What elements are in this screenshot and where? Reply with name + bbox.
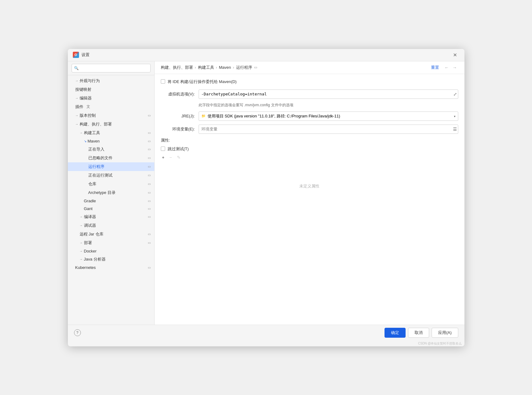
sidebar-item-label: 构建、执行、部署: [80, 121, 112, 127]
search-wrapper: 🔍: [72, 64, 151, 72]
titlebar: ⚙ 设置 ✕: [68, 49, 464, 61]
sidebar-item-label: 部署: [84, 240, 92, 246]
sidebar-item-editor[interactable]: → 编辑器: [68, 94, 154, 103]
sidebar-item-keymap[interactable]: 按键映射: [68, 85, 154, 94]
arrow-icon: →: [80, 241, 83, 244]
env-expand-icon[interactable]: ☰: [453, 127, 457, 132]
sidebar-item-deploy[interactable]: → 部署 ▭: [68, 239, 154, 247]
reset-button[interactable]: 重置: [431, 65, 439, 70]
jre-field: 📁 使用项目 SDK (java version "11.0.18", 路径: …: [199, 112, 458, 121]
db-icon: ▭: [148, 215, 151, 218]
sidebar-item-debugger[interactable]: → 调试器: [68, 221, 154, 230]
breadcrumb-sep-3: ›: [233, 65, 234, 70]
sidebar-item-appearance[interactable]: → 外观与行为: [68, 77, 154, 85]
sidebar-item-importing[interactable]: 正在导入 ▭: [68, 145, 154, 154]
sidebar-item-label: 编辑器: [80, 95, 92, 101]
sidebar-item-label: 编译器: [84, 214, 96, 220]
sidebar-item-label: 按键映射: [75, 87, 91, 92]
env-input[interactable]: [199, 125, 458, 134]
ok-button[interactable]: 确定: [385, 328, 406, 338]
sidebar-item-maven[interactable]: ↘ Maven ▭: [68, 137, 154, 145]
back-button[interactable]: ←: [443, 64, 450, 71]
sidebar-item-runner[interactable]: 运行程序 ▭: [68, 162, 154, 171]
arrow-icon: →: [80, 257, 83, 261]
cancel-button[interactable]: 取消: [408, 328, 429, 338]
db-icon: ▭: [148, 147, 151, 151]
sidebar-item-repositories[interactable]: 仓库 ▭: [68, 180, 154, 188]
skip-tests-checkbox[interactable]: [161, 147, 165, 151]
footer: ? 确定 取消 应用(A): [68, 325, 464, 341]
delegate-label: 将 IDE 构建/运行操作委托给 Maven(D): [168, 79, 237, 85]
breadcrumb-sep-1: ›: [195, 65, 196, 70]
settings-dialog: ⚙ 设置 ✕ 🔍 → 外观与行为 按键映射 →: [68, 49, 464, 346]
db-icon: ▭: [148, 165, 151, 168]
sidebar-item-remote-jar[interactable]: 远程 Jar 仓库 ▭: [68, 230, 154, 239]
sidebar-item-label: 正在运行测试: [88, 173, 112, 178]
sidebar-item-gradle[interactable]: Gradle ▭: [68, 197, 154, 205]
breadcrumb-sep-2: ›: [216, 65, 217, 70]
breadcrumb-part-2: 构建工具: [198, 65, 214, 70]
edit-prop-button[interactable]: ✎: [176, 154, 182, 160]
sidebar-item-gant[interactable]: Gant ▭: [68, 205, 154, 213]
delegate-checkbox[interactable]: [161, 79, 165, 84]
env-label: 环境变量(E):: [161, 126, 195, 132]
close-button[interactable]: ✕: [451, 51, 459, 59]
sidebar-item-java-profiler[interactable]: → Java 分析器: [68, 255, 154, 264]
expand-icon[interactable]: ⤢: [453, 92, 457, 97]
sidebar-item-label: 外观与行为: [80, 78, 100, 84]
breadcrumb-part-1: 构建、执行、部署: [161, 65, 193, 70]
dialog-title: 设置: [81, 52, 451, 58]
help-button[interactable]: ?: [74, 329, 81, 336]
apply-button[interactable]: 应用(A): [432, 328, 458, 338]
sidebar-item-archetype[interactable]: Archetype 目录 ▭: [68, 188, 154, 197]
sidebar-item-label: Java 分析器: [84, 257, 106, 262]
jre-label: JRE(J):: [161, 114, 195, 118]
watermark: CSDN @本仙女暂时不想取名么: [68, 341, 464, 346]
env-field: ☰: [199, 125, 458, 134]
vm-options-input[interactable]: [199, 90, 458, 99]
remove-prop-button[interactable]: −: [168, 154, 173, 160]
db-icon: ▭: [148, 199, 151, 203]
sidebar-item-label: 已忽略的文件: [88, 155, 112, 161]
jre-row: JRE(J): 📁 使用项目 SDK (java version "11.0.1…: [161, 112, 458, 121]
sidebar-item-plugins[interactable]: 插件 文: [68, 103, 154, 111]
sidebar-item-compiler[interactable]: → 编译器 ▭: [68, 213, 154, 221]
breadcrumb-db-icon: ▭: [254, 65, 257, 69]
arrow-icon: ↘: [84, 139, 86, 143]
sidebar-item-label: 插件: [75, 104, 83, 110]
arrow-icon: →: [75, 114, 78, 117]
db-icon: ▭: [148, 139, 151, 143]
sidebar-item-build-tools[interactable]: → 构建工具 ▭: [68, 129, 154, 137]
db-icon: ▭: [148, 173, 151, 177]
jre-select[interactable]: 📁 使用项目 SDK (java version "11.0.18", 路径: …: [199, 112, 458, 121]
sidebar-item-label: 调试器: [84, 223, 96, 228]
app-icon: ⚙: [73, 52, 79, 58]
arrow-icon: →: [75, 122, 78, 126]
vm-options-label: 虚拟机选项(V):: [161, 91, 195, 97]
vm-options-field: ⤢: [199, 90, 458, 99]
sidebar-item-label: Kubernetes: [75, 265, 96, 270]
sidebar-item-build[interactable]: → 构建、执行、部署: [68, 120, 154, 129]
sidebar-item-label: Maven: [88, 139, 100, 143]
arrow-icon: →: [75, 96, 78, 100]
forward-button[interactable]: →: [451, 64, 458, 71]
skip-tests-label: 跳过测试(T): [168, 146, 189, 152]
sidebar-item-vcs[interactable]: → 版本控制 ▭: [68, 111, 154, 120]
add-prop-button[interactable]: +: [161, 154, 166, 160]
sidebar-item-ignored[interactable]: 已忽略的文件 ▭: [68, 154, 154, 162]
translate-icon: 文: [86, 104, 90, 109]
sidebar-item-docker[interactable]: → Docker: [68, 247, 154, 255]
db-icon: ▭: [148, 207, 151, 210]
main-panel: 构建、执行、部署 › 构建工具 › Maven › 运行程序 ▭ 重置 ← →: [155, 61, 464, 325]
skip-tests-row: 跳过测试(T): [161, 146, 458, 152]
sidebar-item-running-tests[interactable]: 正在运行测试 ▭: [68, 171, 154, 180]
vm-options-hint: 此字段中指定的选项会重写 .mvn/jvm.config 文件中的选项: [199, 103, 458, 108]
db-icon: ▭: [148, 131, 151, 134]
sidebar-item-label: Gant: [84, 206, 93, 211]
arrow-icon: →: [80, 224, 83, 227]
sidebar-item-kubernetes[interactable]: Kubernetes ▭: [68, 264, 154, 271]
arrow-icon: →: [75, 79, 78, 82]
db-icon: ▭: [148, 232, 151, 236]
search-input[interactable]: [72, 64, 151, 72]
nav-tree: → 外观与行为 按键映射 → 编辑器 插件 文 → 版本控制 ▭: [68, 75, 154, 325]
